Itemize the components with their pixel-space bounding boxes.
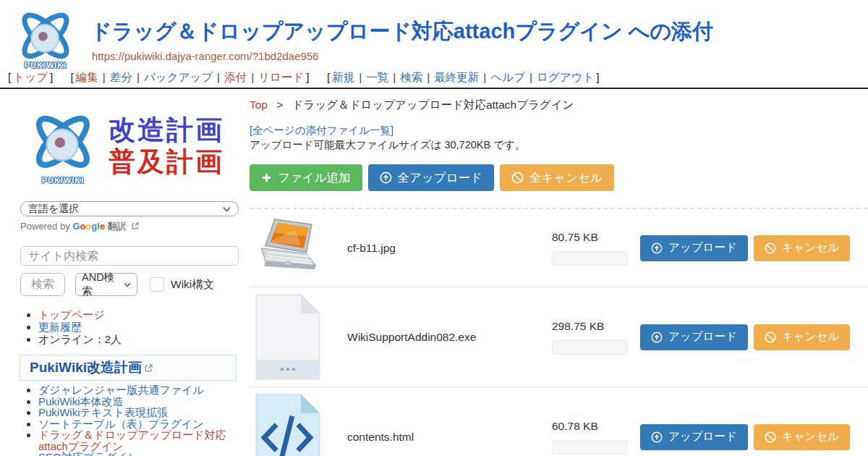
nav-link-diff[interactable]: 差分 <box>110 71 132 83</box>
cancel-all-button[interactable]: 全キャンセル <box>500 164 614 191</box>
nav-link-list[interactable]: 一覧 <box>366 71 388 83</box>
nav-group-page: [編集|差分|バックアップ|添付|リロード] <box>69 71 312 83</box>
sidebar-link-update-history[interactable]: 更新履歴 <box>38 321 82 333</box>
nav-link-backup[interactable]: バックアップ <box>144 71 213 83</box>
upload-button[interactable]: アップロード <box>640 424 748 450</box>
list-item: 更新履歴 <box>38 321 122 333</box>
ban-icon <box>765 431 776 443</box>
upload-circle-icon <box>651 332 663 343</box>
pukiwiki-page: PUKIWIKI ドラッグ＆ドロップアップロード対応attachプラグイン への… <box>0 0 868 456</box>
nav-link-new[interactable]: 新規 <box>332 71 354 83</box>
sidebar-link-core-mod[interactable]: PukiWiki本体改造 <box>38 395 124 408</box>
wiki-syntax-label: Wiki構文 <box>171 277 214 292</box>
file-name: WikiSupportAddin082.exe <box>327 331 533 344</box>
nav-link-reload[interactable]: リロード <box>258 71 304 83</box>
site-search-input[interactable] <box>20 246 239 266</box>
upload-progress-bar <box>552 440 628 455</box>
upload-toolbar: ファイル追加 全アップロード 全キャンセル <box>250 164 614 191</box>
upload-progress-bar <box>552 251 628 266</box>
html-file-icon <box>255 393 321 456</box>
list-item: ソートテーブル（表）プラグイン <box>38 418 239 430</box>
file-name: contents.html <box>327 431 533 444</box>
upload-progress-bar <box>552 340 628 355</box>
list-item: SEO対応プラグイン <box>38 452 239 456</box>
sidebar-quick-links: トップページ 更新履歴 オンライン：2人 <box>25 308 122 345</box>
cancel-button[interactable]: キャンセル <box>754 424 850 450</box>
wiki-syntax-checkbox[interactable] <box>150 277 164 292</box>
slogan-line-2: 普及計画 <box>109 146 224 178</box>
list-item: オンライン：2人 <box>38 333 122 345</box>
upload-all-button[interactable]: 全アップロード <box>368 164 494 191</box>
nav-link-attach[interactable]: 添付 <box>224 71 247 83</box>
header-divider-line <box>0 88 868 89</box>
nav-link-top[interactable]: トップ <box>13 71 48 83</box>
search-button[interactable]: 検索 <box>20 273 65 296</box>
sidebar-link-seo[interactable]: SEO対応プラグイン <box>38 451 138 456</box>
page-title: ドラッグ＆ドロップアップロード対応attachプラグイン への添付 <box>90 17 713 46</box>
external-link-icon <box>132 222 139 229</box>
sidebar-site-logo[interactable]: PUKIWIKI 改造計画 普及計画 <box>20 106 239 187</box>
sidebar-section-header: PukiWiki改造計画 <box>20 355 237 381</box>
nav-link-search[interactable]: 検索 <box>400 71 422 83</box>
upload-button[interactable]: アップロード <box>640 324 748 350</box>
nav-link-edit[interactable]: 編集 <box>76 71 98 83</box>
search-mode-select[interactable]: AND検索 <box>75 273 137 296</box>
nav-bar: [トップ] [編集|差分|バックアップ|添付|リロード] [新規|一覧|検索|最… <box>6 70 612 85</box>
upload-circle-icon <box>651 431 663 443</box>
sidebar-online-count: オンライン：2人 <box>38 333 122 345</box>
google-logo: Google <box>72 221 105 232</box>
upload-file-list: cf-b11.jpg 80.75 KB アップロード キャンセル <box>250 208 868 456</box>
breadcrumb-current: ドラッグ＆ドロップアップロード対応attachプラグイン <box>292 98 574 111</box>
breadcrumb-separator: > <box>276 98 283 111</box>
pukiwiki-logo[interactable]: PUKIWIKI <box>13 4 78 71</box>
atom-logo-icon <box>20 106 106 182</box>
sidebar-link-common-files[interactable]: ダジャレンジャー版共通ファイル <box>38 384 204 396</box>
breadcrumb-home-link[interactable]: Top <box>250 98 268 111</box>
nav-link-help[interactable]: ヘルプ <box>490 71 525 83</box>
upload-circle-icon <box>651 242 663 254</box>
upload-button[interactable]: アップロード <box>640 235 748 261</box>
pukiwiki-brand-label: PUKIWIKI <box>25 61 67 69</box>
add-files-button[interactable]: ファイル追加 <box>250 164 362 191</box>
breadcrumb: Top > ドラッグ＆ドロップアップロード対応attachプラグイン <box>250 98 574 113</box>
google-translate-attribution: Powered by Google 翻訳 <box>20 220 139 233</box>
nav-group-top: [トップ] <box>6 71 55 83</box>
pukiwiki-brand-label: PUKIWIKI <box>42 176 85 185</box>
file-size: 80.75 KB <box>552 231 628 244</box>
list-item: トップページ <box>38 308 122 321</box>
file-row: contents.html 60.78 KB アップロード キャンセル <box>250 387 868 456</box>
nav-link-logout[interactable]: ログアウト <box>537 71 594 83</box>
section-title-link[interactable]: PukiWiki改造計画 <box>30 358 142 377</box>
list-item: PukiWiki本体改造 <box>38 396 239 408</box>
sidebar-section-links: ダジャレンジャー版共通ファイル PukiWiki本体改造 PukiWikiテキス… <box>25 384 239 456</box>
file-size: 60.78 KB <box>552 420 628 433</box>
max-upload-size-text: アップロード可能最大ファイルサイズは 30,720KB です。 <box>250 138 525 152</box>
cancel-button[interactable]: キャンセル <box>754 235 850 261</box>
plus-icon <box>261 172 272 183</box>
list-item: PukiWikiテキスト表現拡張 <box>38 407 239 418</box>
search-controls: 検索 AND検索 Wiki構文 <box>20 273 214 296</box>
search-mode-value: AND検索 <box>82 271 124 298</box>
all-attachments-link[interactable]: [全ページの添付ファイル一覧] <box>250 124 393 138</box>
ban-icon <box>765 242 776 254</box>
nav-group-site: [新規|一覧|検索|最終更新|ヘルプ|ログアウト] <box>325 71 602 83</box>
external-link-icon <box>145 364 153 372</box>
chevron-down-icon <box>223 206 231 212</box>
sidebar-link-text-extension[interactable]: PukiWikiテキスト表現拡張 <box>38 406 168 418</box>
language-select[interactable]: 言語を選択 <box>20 201 239 216</box>
sidebar-link-dnd-attach[interactable]: ドラッグ＆ドロップアップロード対応attachプラグイン <box>38 428 226 452</box>
translate-link[interactable]: 翻訳 <box>108 221 127 232</box>
cancel-button[interactable]: キャンセル <box>754 324 850 350</box>
page-url-link[interactable]: https://pukiwiki.dajya-ranger.com/?1bd2d… <box>92 50 319 62</box>
slogan-line-1: 改造計画 <box>109 114 224 146</box>
generic-file-icon <box>255 293 321 381</box>
ban-icon <box>511 172 524 184</box>
sidebar-link-top-page[interactable]: トップページ <box>38 308 105 321</box>
file-name: cf-b11.jpg <box>327 242 533 255</box>
sidebar-link-sort-table[interactable]: ソートテーブル（表）プラグイン <box>38 418 204 430</box>
file-row: cf-b11.jpg 80.75 KB アップロード キャンセル <box>250 209 868 287</box>
chevron-down-icon <box>124 282 131 287</box>
nav-link-recent[interactable]: 最終更新 <box>434 71 479 83</box>
list-item: ダジャレンジャー版共通ファイル <box>38 384 239 396</box>
site-slogan: 改造計画 普及計画 <box>109 114 224 179</box>
